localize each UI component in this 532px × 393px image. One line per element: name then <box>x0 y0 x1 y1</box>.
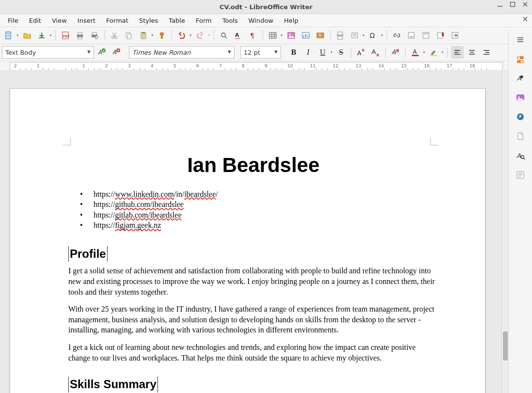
sidebar-navigator-button[interactable] <box>513 110 528 123</box>
insert-image-button[interactable] <box>285 29 297 42</box>
list-item[interactable]: https://www.linkedin.com/in/ibeardslee/ <box>80 189 438 200</box>
print-preview-button[interactable] <box>88 29 101 42</box>
svg-text:A: A <box>318 33 322 38</box>
svg-text:Ω: Ω <box>370 31 375 39</box>
menu-tools[interactable]: Tools <box>218 16 243 26</box>
align-left-button[interactable] <box>451 46 464 59</box>
insert-endnote-button[interactable] <box>420 29 432 42</box>
font-name-value: Times New Roman <box>132 49 190 56</box>
paragraph[interactable]: I get a solid sense of achievement and s… <box>68 266 438 297</box>
svg-rect-27 <box>160 32 164 35</box>
paragraph-style-combo[interactable]: Text Body ▼ <box>2 46 94 59</box>
maximize-button[interactable] <box>510 1 516 7</box>
heading-profile[interactable]: Profile <box>68 246 108 262</box>
sidebar-manage-changes-button[interactable] <box>513 169 528 181</box>
update-style-button[interactable]: A <box>95 46 108 59</box>
chevron-down-icon[interactable]: ▼ <box>228 49 231 54</box>
subscript-button[interactable]: AB <box>369 46 382 59</box>
chevron-down-icon[interactable]: ▼ <box>87 49 91 54</box>
svg-text:¶: ¶ <box>250 31 254 39</box>
sidebar-styles-button[interactable]: A <box>513 72 528 84</box>
paragraph[interactable]: I get a kick out of learning about new t… <box>68 342 438 363</box>
list-item[interactable]: https://gitlab.com/ibeardslee <box>80 210 438 220</box>
find-replace-button[interactable] <box>218 29 230 42</box>
sidebar-style-inspector-button[interactable]: A <box>513 149 528 162</box>
open-button[interactable] <box>21 29 33 42</box>
document-page[interactable]: Ian Beardslee https://www.linkedin.com/i… <box>10 88 485 393</box>
insert-cross-reference-button[interactable] <box>449 29 461 42</box>
document-workspace[interactable]: Ian Beardslee https://www.linkedin.com/i… <box>0 70 509 393</box>
font-size-combo[interactable]: 12 pt ▼ <box>240 46 281 59</box>
menu-help[interactable]: Help <box>279 16 303 26</box>
insert-chart-button[interactable] <box>299 29 312 42</box>
svg-point-20 <box>115 36 117 39</box>
spellcheck-button[interactable]: A <box>232 29 245 42</box>
export-pdf-button[interactable]: PDF <box>59 29 72 42</box>
menu-table[interactable]: Table <box>164 16 190 26</box>
heading-skills[interactable]: Skills Summary <box>68 377 158 392</box>
paragraph[interactable]: With over 25 years working in the IT ind… <box>68 304 438 335</box>
margin-corner-icon <box>430 137 438 145</box>
insert-textbox-button[interactable]: A <box>314 29 327 42</box>
new-style-button[interactable]: A <box>110 46 123 59</box>
insert-hyperlink-button[interactable] <box>391 29 403 42</box>
menu-edit[interactable]: Edit <box>24 16 46 26</box>
sidebar-properties-button[interactable] <box>513 52 528 65</box>
special-character-button[interactable]: Ω ▾ <box>367 29 379 42</box>
menu-window[interactable]: Window <box>244 16 278 26</box>
font-name-combo[interactable]: Times New Roman ▼ <box>129 46 235 59</box>
chevron-down-icon[interactable]: ▼ <box>274 49 278 54</box>
formatting-marks-button[interactable]: ¶ <box>247 29 259 42</box>
document-heading-name[interactable]: Ian Beardslee <box>68 152 438 179</box>
svg-text:A: A <box>112 49 117 56</box>
close-window-button[interactable] <box>522 1 528 7</box>
vertical-scrollbar[interactable] <box>501 70 509 393</box>
italic-button[interactable]: I <box>302 46 314 59</box>
svg-text:A: A <box>98 49 102 56</box>
print-button[interactable] <box>74 29 86 42</box>
insert-field-button[interactable]: ▾ <box>348 29 361 42</box>
align-right-button[interactable] <box>480 46 493 59</box>
redo-button[interactable]: ▾ <box>194 29 206 42</box>
menu-form[interactable]: Form <box>191 16 217 26</box>
font-color-button[interactable]: A ▾ <box>409 46 422 59</box>
clear-formatting-button[interactable]: A <box>389 46 402 59</box>
copy-button[interactable] <box>123 29 135 42</box>
superscript-button[interactable]: AB <box>355 46 367 59</box>
margin-corner-icon <box>63 137 71 145</box>
scrollbar-thumb[interactable] <box>503 331 508 361</box>
links-list[interactable]: https://www.linkedin.com/in/ibeardslee/ … <box>80 189 438 231</box>
insert-footnote-button[interactable] <box>405 29 418 42</box>
underline-button[interactable]: U▾ <box>316 46 329 59</box>
insert-bookmark-button[interactable] <box>434 29 447 42</box>
toolbar-standard: ▾ ▾ PDF ▾ ▾ ▾ A ¶ <box>0 27 532 44</box>
strikethrough-button[interactable]: S <box>335 46 347 59</box>
bold-button[interactable]: B <box>287 46 300 59</box>
align-center-button[interactable] <box>466 46 478 59</box>
menu-format[interactable]: Format <box>101 16 133 26</box>
menu-view[interactable]: View <box>47 16 72 26</box>
insert-table-button[interactable]: ▾ <box>266 29 279 42</box>
minimize-button[interactable] <box>497 1 503 7</box>
cut-button[interactable] <box>108 29 121 42</box>
sidebar-gallery-button[interactable] <box>513 91 528 104</box>
paste-button[interactable]: ▾ <box>137 29 150 42</box>
save-button[interactable]: ▾ <box>35 29 48 42</box>
sidebar-settings-button[interactable] <box>513 33 528 46</box>
menu-styles[interactable]: Styles <box>134 16 163 26</box>
new-document-button[interactable]: ▾ <box>2 29 15 42</box>
close-document-button[interactable] <box>522 16 528 22</box>
highlight-color-button[interactable]: ▾ <box>427 46 440 59</box>
document-body[interactable]: Ian Beardslee https://www.linkedin.com/i… <box>68 147 438 393</box>
menu-insert[interactable]: Insert <box>73 16 100 26</box>
window-controls <box>497 1 528 7</box>
svg-point-61 <box>102 48 106 52</box>
undo-button[interactable]: ▾ <box>175 29 188 42</box>
list-item[interactable]: https://figjam.geek.nz <box>80 220 438 231</box>
sidebar-page-button[interactable] <box>513 130 528 142</box>
list-item[interactable]: https://github.com/ibeardslee <box>80 199 438 210</box>
svg-text:A: A <box>235 32 239 38</box>
insert-page-break-button[interactable] <box>334 29 346 42</box>
clone-formatting-button[interactable] <box>156 29 168 42</box>
menu-file[interactable]: File <box>3 16 23 26</box>
